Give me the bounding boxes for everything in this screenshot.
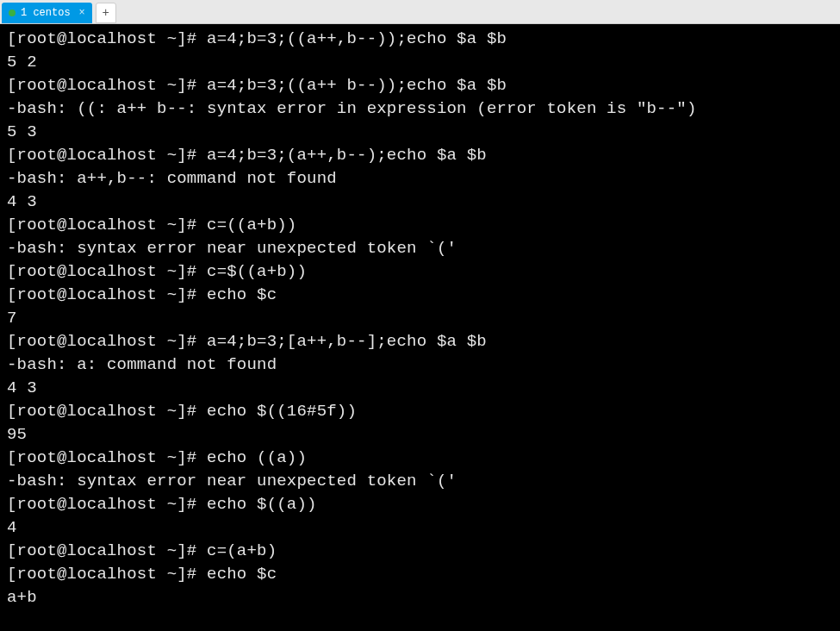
tab-label: 1 centos [21,7,71,19]
tab-centos[interactable]: 1 centos × [2,3,92,23]
terminal-output[interactable]: [root@localhost ~]# a=4;b=3;((a++,b--));… [0,24,840,631]
status-dot-icon [9,9,16,16]
add-tab-button[interactable]: + [96,3,116,23]
tab-bar: 1 centos × + [0,0,840,24]
close-icon[interactable]: × [79,7,85,19]
